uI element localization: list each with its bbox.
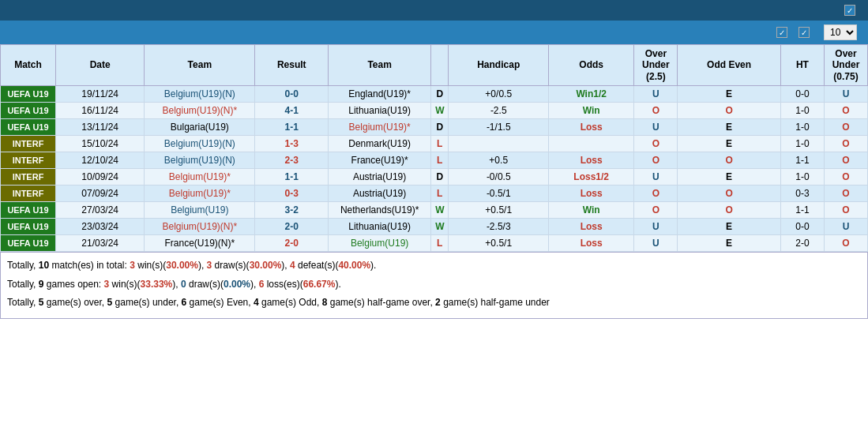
odds-value: Loss1/2 [548,169,633,186]
summary-over: 5 [39,297,44,308]
ht-score: 0-0 [780,86,824,103]
ht-score: 1-0 [780,169,824,186]
oe-value: E [678,119,780,136]
wl-indicator: D [431,86,449,103]
table-row: INTERF 12/10/24 Belgium(U19)(N) 2-3 Fran… [1,152,868,169]
team2-name: Belgium(U19) [329,235,431,252]
table-row: UEFA U19 21/03/24 France(U19)(N)* 2-0 Be… [1,235,868,252]
summary-open-games: 9 [39,279,44,290]
match-date: 12/10/24 [56,152,145,169]
summary-line3: Totally, 5 game(s) over, 5 game(s) under… [7,294,861,312]
summary-defeats: 4 [290,260,295,271]
ou25-value: O [634,202,678,219]
interf-checkbox[interactable]: ✓ [776,27,787,38]
ou075-value: O [825,103,868,119]
wl-indicator: L [431,186,449,202]
odds-value: Loss [548,219,633,235]
col-ou25: Over Under (2.5) [634,45,678,86]
team1-name: Belgium(U19)(N) [145,136,255,152]
summary-hg-under: 2 [435,297,441,308]
col-handicap: Handicap [449,45,549,86]
handicap-value: -2.5 [449,103,549,119]
ou075-value: O [825,202,868,219]
ht-score: 2-0 [780,235,824,252]
team1-name: Belgium(U19)* [145,169,255,186]
summary-wins: 3 [130,260,135,271]
team2-name: Belgium(U19)* [329,119,431,136]
summary-open-losses: 6 [259,279,265,290]
match-result: 2-0 [255,219,329,235]
last-games-filter: 5 10 15 20 25 30 [821,24,860,40]
wl-indicator: L [431,235,449,252]
summary-open-wins-pct: 33.33% [141,279,173,290]
odds-value: Loss [548,186,633,202]
uefa-checkbox[interactable]: ✓ [798,27,810,38]
odds-value: Loss [548,152,633,169]
table-row: INTERF 10/09/24 Belgium(U19)* 1-1 Austri… [1,169,868,186]
ou25-value: U [634,219,678,235]
summary-open-draws-pct: 0.00% [224,279,250,290]
summary-defeats-pct: 40.00% [338,260,370,271]
match-result: 4-1 [255,103,329,119]
team1-name: Belgium(U19)(N)* [145,103,255,119]
table-row: UEFA U19 19/11/24 Belgium(U19)(N) 0-0 En… [1,86,868,103]
match-badge: INTERF [1,136,56,152]
team2-name: Austria(U19) [329,186,431,202]
odds-value: Win [548,103,633,119]
wl-indicator: D [431,119,449,136]
wl-indicator: L [431,152,449,169]
ou25-value: O [634,152,678,169]
col-team1: Team [145,45,255,86]
oe-value: O [678,103,780,119]
oe-value: O [678,152,780,169]
table-row: INTERF 15/10/24 Belgium(U19)(N) 1-3 Denm… [1,136,868,152]
wl-indicator: W [431,219,449,235]
header-bar: ✓ [0,0,868,21]
display-notes-checkbox[interactable]: ✓ [844,5,855,16]
team1-name: Belgium(U19)* [145,186,255,202]
wl-indicator: W [431,202,449,219]
table-header-row: Match Date Team Result Team Handicap Odd… [1,45,868,86]
col-ou075: Over Under (0.75) [825,45,868,86]
team1-name: Belgium(U19)(N) [145,86,255,103]
col-team2: Team [329,45,431,86]
team1-name: Belgium(U19)(N)* [145,219,255,235]
handicap-value: -1/1.5 [449,119,549,136]
interf-filter[interactable]: ✓ [776,27,791,38]
ou075-value: O [825,152,868,169]
ou075-value: O [825,136,868,152]
summary-odd: 4 [254,297,259,308]
header-right: ✓ [844,5,860,16]
summary-even: 6 [182,297,187,308]
uefa-filter[interactable]: ✓ [798,27,813,38]
match-result: 2-3 [255,152,329,169]
match-badge: UEFA U19 [1,103,56,119]
summary-draws: 3 [207,260,212,271]
ou075-value: O [825,235,868,252]
team1-name: France(U19)(N)* [145,235,255,252]
ht-score: 1-1 [780,202,824,219]
match-result: 0-0 [255,86,329,103]
wl-indicator: W [431,103,449,119]
match-result: 1-1 [255,119,329,136]
ou25-value: U [634,86,678,103]
oe-value: O [678,202,780,219]
team2-name: Netherlands(U19)* [329,202,431,219]
match-badge: UEFA U19 [1,119,56,136]
match-date: 19/11/24 [56,86,145,103]
handicap-value: -2.5/3 [449,219,549,235]
summary-under: 5 [107,297,113,308]
handicap-value [449,136,549,152]
odds-value: Loss [548,235,633,252]
match-date: 27/03/24 [56,202,145,219]
match-badge: UEFA U19 [1,86,56,103]
odds-value: Win1/2 [548,86,633,103]
summary-line1: Totally, 10 match(es) in total: 3 win(s)… [7,257,861,275]
summary-open-wins: 3 [104,279,110,290]
last-games-select[interactable]: 5 10 15 20 25 30 [824,24,857,40]
ht-score: 1-0 [780,103,824,119]
ou25-value: O [634,136,678,152]
ou075-value: O [825,119,868,136]
match-date: 07/09/24 [56,186,145,202]
ht-score: 1-0 [780,119,824,136]
